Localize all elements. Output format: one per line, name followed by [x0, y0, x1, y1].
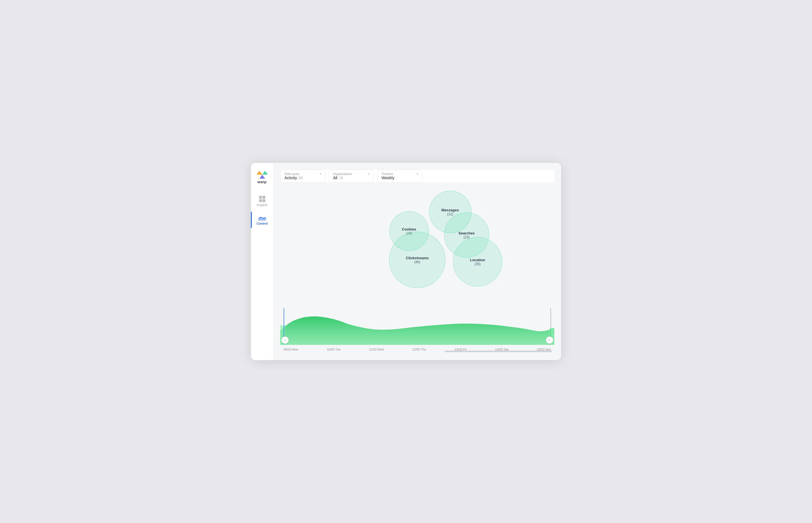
organisations-value: All 76	[333, 176, 370, 180]
timeline-label: Timeline ▾	[382, 172, 418, 176]
grid-icon	[259, 196, 265, 202]
organisations-filter[interactable]: Organisations ▾ All 76	[329, 170, 374, 183]
date-thu: 12/03 Thu	[412, 348, 426, 351]
timeline-chart	[280, 308, 554, 345]
date-mon: 09/03 Mon	[284, 348, 298, 351]
svg-marker-0	[257, 171, 262, 175]
bubble-chart-area: Messages (12) Cookies (16) Searches (23)…	[280, 187, 554, 304]
chevron-down-icon: ▾	[320, 173, 321, 176]
timeline-handle-left[interactable]: ‹›	[281, 337, 289, 344]
location-label: Location	[470, 258, 485, 262]
timeline-filter[interactable]: Timeline ▾ Weekly	[377, 170, 422, 183]
timeline-scrollbar[interactable]	[445, 350, 552, 352]
timeline-handle-right[interactable]: ‹›	[546, 337, 553, 344]
data-types-filter[interactable]: Data types ▾ Activity 05	[280, 170, 325, 183]
filter-bar: Data types ▾ Activity 05 Organisations ▾…	[280, 170, 554, 183]
chevron-down-icon: ▾	[417, 173, 418, 176]
insights-label: Insights	[257, 203, 268, 206]
sidebar: warp Insights Control	[251, 163, 273, 360]
clickstreams-count: (46)	[414, 260, 420, 264]
timeline-value: Weekly	[382, 176, 418, 180]
data-types-label: Data types ▾	[284, 172, 321, 176]
date-tue: 10/03 Tue	[327, 348, 340, 351]
main-content: Data types ▾ Activity 05 Organisations ▾…	[273, 163, 561, 360]
data-types-value: Activity 05	[284, 176, 321, 180]
warp-logo	[257, 170, 268, 179]
bubble-container: Messages (12) Cookies (16) Searches (23)…	[280, 187, 554, 283]
sidebar-item-control[interactable]: Control	[253, 212, 271, 228]
clickstreams-bubble[interactable]: Clickstreams (46)	[389, 232, 445, 288]
location-bubble[interactable]: Location (35)	[453, 237, 502, 287]
svg-rect-4	[258, 218, 266, 221]
messages-label: Messages	[442, 208, 459, 212]
app-name: warp	[258, 180, 266, 184]
svg-marker-1	[262, 171, 268, 175]
svg-marker-2	[259, 175, 265, 179]
messages-count: (12)	[447, 212, 453, 216]
sidebar-item-insights[interactable]: Insights	[253, 193, 271, 209]
organisations-label: Organisations ▾	[333, 172, 370, 176]
control-icon	[258, 214, 266, 221]
cookies-label: Cookies	[402, 227, 417, 231]
logo-area: warp	[257, 170, 268, 184]
app-container: warp Insights Control Data types ▾	[251, 163, 561, 360]
timeline-area: ‹› ‹› 09/03 Mon 10/03 Tue 11/03 Wed 12/0…	[280, 308, 554, 353]
clickstreams-label: Clickstreams	[406, 256, 429, 260]
searches-label: Searches	[458, 231, 475, 235]
date-wed: 11/03 Wed	[369, 348, 384, 351]
control-label: Control	[257, 222, 268, 225]
chevron-down-icon: ▾	[368, 173, 370, 176]
location-count: (35)	[475, 262, 480, 266]
